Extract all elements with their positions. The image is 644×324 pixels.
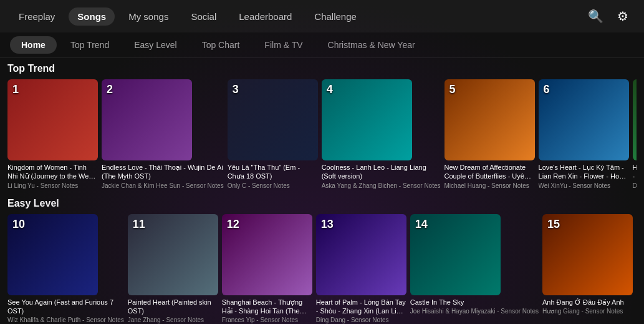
card-artist: Joe Hisaishi & Hayao Miyazaki - Sensor N… [410, 308, 539, 315]
subnav-easylevel[interactable]: Easy Level [123, 36, 188, 54]
card-image: 10 [7, 214, 98, 295]
card-title: Coolness - Lanh Leo - Liang Liang (Soft … [322, 163, 441, 181]
card-number: 5 [449, 83, 456, 96]
card-top-trend-6[interactable]: 7Heart of Palm - Lòng Bàn Tay - Zhang Xi… [633, 79, 637, 189]
card-artist: Ding Dang - Sensor Notes [633, 182, 637, 189]
card-image: 11 [128, 214, 218, 295]
card-title: Yêu Là "Tha Thu" (Em - Chưa 18 OST) [228, 163, 318, 181]
nav-songs[interactable]: Songs [69, 7, 115, 26]
card-image: 1 [7, 79, 98, 160]
card-title: Shanghai Beach - Thượng Hải - Shàng Hoi … [222, 298, 312, 316]
card-top-trend-1[interactable]: 2Endless Love - Thái Thoại - Wujin De Ai… [102, 79, 224, 189]
card-image: 15 [542, 214, 633, 295]
card-easy-level-2[interactable]: 12Shanghai Beach - Thượng Hải - Shàng Ho… [222, 214, 312, 324]
subnav-toptrend[interactable]: Top Trend [59, 36, 120, 54]
card-number: 6 [544, 83, 550, 96]
card-title: Heart of Palm - Lòng Bàn Tay - Shòu - Zh… [316, 298, 406, 316]
card-easy-level-1[interactable]: 11Painted Heart (Painted skin OST)Jane Z… [128, 214, 218, 324]
card-artist: Jackie Chan & Kim Hee Sun - Sensor Notes [102, 182, 224, 189]
section-top-trend: Top Trend1Kingdom of Women - Tinh Nhi Nữ… [0, 58, 644, 193]
card-title: See You Again (Fast and Furious 7 OST) [7, 298, 124, 316]
card-image: 6 [539, 79, 629, 160]
card-easy-level-5[interactable]: 15Anh Đang Ở Đâu Đấy AnhHương Giang - Se… [542, 214, 633, 324]
card-image: 3 [228, 79, 318, 160]
card-image: 7 [633, 79, 637, 160]
card-number: 10 [12, 218, 25, 231]
sub-nav: Home Top Trend Easy Level Top Chart Film… [0, 32, 644, 58]
card-number: 15 [547, 218, 560, 231]
subnav-home[interactable]: Home [10, 36, 57, 54]
card-title: Heart of Palm - Lòng Bàn Tay - Zhang Xin… [633, 163, 637, 181]
card-title: Painted Heart (Painted skin OST) [128, 298, 218, 316]
card-easy-level-4[interactable]: 14Castle In The SkyJoe Hisaishi & Hayao … [410, 214, 539, 324]
card-artist: Wei XinYu - Sensor Notes [539, 182, 629, 189]
card-number: 1 [12, 83, 19, 96]
card-title: New Dream of Affectionate Couple of Butt… [445, 163, 535, 181]
card-title: Kingdom of Women - Tinh Nhi Nữ (Journey … [7, 163, 98, 181]
card-image: 12 [222, 214, 312, 295]
card-number: 14 [415, 218, 428, 231]
card-image: 2 [102, 79, 192, 160]
card-artist: Hương Giang - Sensor Notes [542, 308, 633, 315]
nav-mysongs[interactable]: My songs [120, 7, 177, 26]
cards-row-top-trend: 1Kingdom of Women - Tinh Nhi Nữ (Journey… [7, 79, 637, 189]
subnav-filmtv[interactable]: Film & TV [253, 36, 314, 54]
section-title-easy-level: Easy Level [7, 198, 637, 209]
search-icon[interactable]: 🔍 [584, 5, 607, 27]
nav-freeplay[interactable]: Freeplay [10, 7, 64, 26]
card-number: 12 [227, 218, 239, 231]
card-image: 14 [410, 214, 501, 295]
card-number: 4 [327, 83, 333, 96]
subnav-topchart[interactable]: Top Chart [191, 36, 251, 54]
card-title: Love's Heart - Lục Kỳ Tâm - Lian Ren Xin… [539, 163, 629, 181]
card-artist: Jane Zhang - Sensor Notes [128, 317, 218, 323]
card-image: 4 [322, 79, 412, 160]
card-easy-level-3[interactable]: 13Heart of Palm - Lòng Bàn Tay - Shòu - … [316, 214, 406, 324]
card-number: 11 [133, 218, 145, 231]
card-title: Castle In The Sky [410, 298, 539, 307]
card-top-trend-4[interactable]: 5New Dream of Affectionate Couple of But… [445, 79, 535, 189]
card-top-trend-3[interactable]: 4Coolness - Lanh Leo - Liang Liang (Soft… [322, 79, 441, 189]
sections-container: Top Trend1Kingdom of Women - Tinh Nhi Nữ… [0, 58, 644, 324]
card-top-trend-0[interactable]: 1Kingdom of Women - Tinh Nhi Nữ (Journey… [7, 79, 98, 189]
card-title: Endless Love - Thái Thoại - Wujin De Ai … [102, 163, 224, 181]
card-number: 13 [321, 218, 334, 231]
nav-challenge[interactable]: Challenge [305, 7, 365, 26]
nav-social[interactable]: Social [182, 7, 225, 26]
nav-leaderboard[interactable]: Leaderboard [230, 7, 300, 26]
card-artist: Li Ling Yu - Sensor Notes [7, 182, 98, 189]
card-image: 13 [316, 214, 406, 295]
card-artist: Only C - Sensor Notes [228, 182, 318, 189]
top-nav: Freeplay Songs My songs Social Leaderboa… [0, 0, 644, 32]
card-easy-level-0[interactable]: 10See You Again (Fast and Furious 7 OST)… [7, 214, 124, 324]
card-artist: Michael Huang - Sensor Notes [445, 182, 535, 189]
card-image: 5 [445, 79, 535, 160]
card-artist: Wiz Khalifa & Charlie Puth - Sensor Note… [7, 317, 124, 323]
subnav-christmas[interactable]: Christmas & New Year [317, 36, 426, 54]
settings-icon[interactable]: ⚙ [612, 5, 634, 27]
card-number: 3 [233, 83, 239, 96]
card-artist: Ding Dang - Sensor Notes [316, 317, 406, 323]
card-artist: Aska Yang & Zhang Bichen - Sensor Notes [322, 182, 441, 189]
section-title-top-trend: Top Trend [7, 63, 637, 74]
section-easy-level: Easy Level10See You Again (Fast and Furi… [0, 193, 644, 324]
card-top-trend-2[interactable]: 3Yêu Là "Tha Thu" (Em - Chưa 18 OST)Only… [228, 79, 318, 189]
card-artist: Frances Yip - Sensor Notes [222, 317, 312, 323]
card-title: Anh Đang Ở Đâu Đấy Anh [542, 298, 633, 307]
card-top-trend-5[interactable]: 6Love's Heart - Lục Kỳ Tâm - Lian Ren Xi… [539, 79, 629, 189]
cards-row-easy-level: 10See You Again (Fast and Furious 7 OST)… [7, 214, 637, 324]
card-number: 2 [107, 83, 113, 96]
